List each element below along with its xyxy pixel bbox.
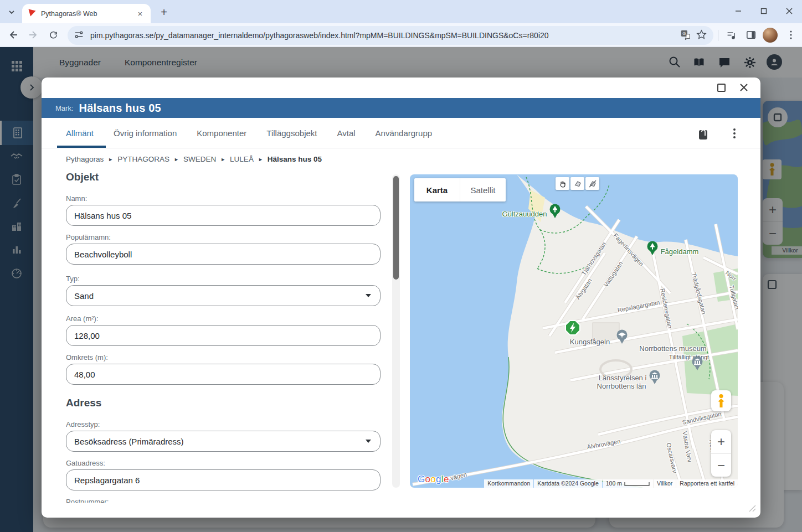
tab-anvandargrupp[interactable]: Användargrupp — [376, 128, 433, 138]
breadcrumb-separator-icon: ► — [258, 157, 263, 162]
omnibox[interactable]: pim.pythagoras.se/py_datamanager_interna… — [68, 26, 713, 45]
field-popularnamn: Populärnamn: — [66, 233, 381, 265]
map-data-credit: Kartdata ©2024 Google — [534, 479, 602, 488]
field-adresstyp: Adresstyp: Besöksadress (Primäradress) — [66, 420, 381, 452]
google-map[interactable]: Tjärhovsgatan Vattugatan Älvgatan Fagerl… — [410, 174, 738, 488]
report-map-error-link[interactable]: Rapportera ett kartfel — [676, 479, 738, 488]
dialog-tab-bar: Allmänt Övrig information Komponenter Ti… — [42, 118, 760, 148]
map-type-control: Karta Satellit — [414, 178, 506, 202]
toolbar-divider — [718, 30, 718, 41]
government-marker-icon[interactable] — [649, 370, 661, 387]
form-scrollbar-thumb[interactable] — [393, 176, 399, 280]
poi-label-lansstyrelsen-line2: Norrbottens län — [597, 382, 646, 390]
chevron-down-icon — [366, 294, 371, 297]
omkrets-input[interactable] — [66, 364, 381, 385]
field-gatuadress: Gatuadress: — [66, 459, 381, 490]
breadcrumb-separator-icon: ► — [108, 157, 113, 162]
field-label: Omkrets (m): — [66, 353, 381, 361]
popularnamn-input[interactable] — [66, 244, 381, 265]
breadcrumb-item-city[interactable]: LULEÅ — [230, 155, 254, 163]
attachment-icon[interactable] — [695, 125, 712, 142]
select-value: Sand — [74, 291, 94, 301]
field-postnummer: Postnummer: — [66, 498, 381, 503]
dialog-maximize-button[interactable] — [713, 80, 729, 95]
reload-icon[interactable] — [44, 26, 62, 44]
tab-avtal[interactable]: Avtal — [337, 128, 355, 138]
media-controls-icon[interactable] — [722, 26, 740, 44]
museum-marker-icon[interactable] — [691, 356, 703, 373]
tab-close-icon[interactable]: × — [135, 9, 145, 18]
back-icon[interactable] — [4, 26, 22, 44]
field-label: Area (m²): — [66, 314, 381, 323]
browser-tab-strip: Pythagoras® Web × + — [0, 0, 802, 23]
select-value: Besöksadress (Primäradress) — [74, 437, 184, 446]
map-type-satellit-button[interactable]: Satellit — [460, 178, 506, 202]
breadcrumb-item-root[interactable]: Pythagoras — [66, 155, 104, 163]
villkor-link[interactable]: Villkor — [654, 479, 676, 488]
tab-ovrig-information[interactable]: Övrig information — [114, 128, 177, 138]
pan-hand-icon[interactable] — [556, 177, 569, 190]
erase-polygon-icon[interactable] — [585, 177, 599, 190]
field-label: Typ: — [66, 275, 381, 283]
kortkommandon-link[interactable]: Kortkommandon — [484, 479, 533, 488]
field-label: Adresstyp: — [66, 420, 381, 428]
breadcrumb-item-company[interactable]: PYTHAGORAS — [117, 155, 169, 163]
section-heading-adress: Adress — [66, 397, 381, 409]
dialog-header: Mark: Hälsans hus 05 — [42, 98, 760, 118]
url-text[interactable]: pim.pythagoras.se/py_datamanager_interna… — [90, 31, 680, 40]
site-info-icon[interactable] — [74, 30, 84, 42]
translate-icon[interactable]: G — [680, 29, 691, 42]
dialog-title: Hälsans hus 05 — [79, 102, 161, 115]
poi-label-museum: Norrbottens museum — [639, 344, 706, 353]
namn-input[interactable] — [66, 205, 381, 226]
selected-object-marker-icon[interactable] — [564, 319, 582, 339]
school-marker-icon[interactable] — [616, 329, 628, 347]
side-panel-icon[interactable] — [742, 26, 760, 44]
breadcrumb-item-current: Hälsans hus 05 — [268, 155, 322, 163]
window-maximize-icon[interactable] — [751, 0, 777, 22]
poi-label-gultzauudden: Gültzauudden — [502, 210, 547, 218]
field-area: Area (m²): — [66, 314, 381, 346]
map-draw-toolbar — [556, 177, 599, 190]
pegman-icon[interactable] — [711, 390, 731, 411]
field-label: Gatuadress: — [66, 459, 381, 467]
browser-menu-kebab-icon[interactable] — [782, 26, 800, 44]
gatuadress-input[interactable] — [66, 469, 381, 490]
zoom-out-icon[interactable]: − — [711, 454, 731, 477]
breadcrumb: Pythagoras ► PYTHAGORAS ► SWEDEN ► LULEÅ… — [66, 155, 381, 163]
forward-icon[interactable] — [24, 26, 42, 44]
active-tab-indicator — [57, 146, 106, 148]
tab-komponenter[interactable]: Komponenter — [197, 128, 246, 138]
zoom-in-icon[interactable]: + — [711, 430, 731, 453]
breadcrumb-item-country[interactable]: SWEDEN — [183, 155, 216, 163]
poi-label-fageldamm: Fågeldamm — [661, 247, 699, 256]
form-column: Pythagoras ► PYTHAGORAS ► SWEDEN ► LULEÅ… — [66, 155, 381, 503]
tab-search-chevron-icon[interactable] — [4, 5, 19, 19]
typ-select[interactable]: Sand — [66, 285, 381, 306]
dialog-close-icon[interactable] — [736, 80, 752, 95]
window-minimize-icon[interactable] — [726, 0, 751, 22]
google-logo[interactable]: Google — [418, 474, 449, 485]
adresstyp-select[interactable]: Besöksadress (Primäradress) — [66, 431, 381, 452]
map-type-karta-button[interactable]: Karta — [414, 178, 460, 202]
poi-label-lansstyrelsen-line1: Länsstyrelsen i — [599, 374, 647, 382]
browser-tab[interactable]: Pythagoras® Web × — [22, 4, 151, 23]
object-type-label: Mark: — [55, 104, 74, 112]
area-input[interactable] — [66, 325, 381, 346]
field-omkrets: Omkrets (m): — [66, 353, 381, 385]
dialog-resize-handle[interactable] — [748, 504, 756, 514]
window-close-icon[interactable] — [777, 0, 802, 22]
profile-avatar[interactable] — [763, 28, 778, 43]
bookmark-star-icon[interactable] — [696, 29, 707, 42]
more-options-kebab-icon[interactable] — [727, 125, 742, 142]
park-tree-marker-icon[interactable] — [646, 241, 659, 258]
field-label: Postnummer: — [66, 498, 381, 503]
section-heading-objekt: Objekt — [66, 171, 381, 183]
draw-polygon-icon[interactable] — [570, 177, 584, 190]
tab-allmant[interactable]: Allmänt — [66, 128, 94, 138]
park-tree-marker-icon[interactable] — [549, 204, 561, 221]
tab-tillaggsobjekt[interactable]: Tilläggsobjekt — [266, 128, 317, 138]
new-tab-icon[interactable]: + — [156, 4, 172, 20]
breadcrumb-separator-icon: ► — [174, 157, 179, 162]
map-attribution: Kortkommandon Kartdata ©2024 Google 100 … — [484, 479, 738, 488]
